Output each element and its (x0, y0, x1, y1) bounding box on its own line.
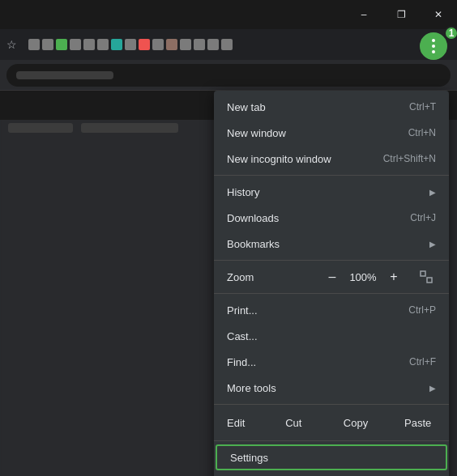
separator-1 (214, 175, 449, 176)
svg-rect-0 (421, 271, 425, 276)
svg-rect-1 (427, 278, 432, 283)
menu-item-history[interactable]: History ▶ (214, 179, 449, 205)
separator-2 (214, 260, 449, 261)
cut-button[interactable]: Cut (263, 412, 325, 434)
color-dot (125, 39, 136, 50)
address-bar-area (0, 60, 457, 91)
context-menu: New tab Ctrl+T New window Ctrl+N New inc… (214, 91, 449, 476)
three-dots-icon (432, 39, 435, 53)
zoom-in-button[interactable]: + (384, 267, 404, 287)
color-dot (111, 39, 122, 50)
zoom-row: Zoom – 100% + (214, 264, 449, 290)
separator-4 (214, 404, 449, 405)
separator-3 (214, 293, 449, 294)
zoom-control: – 100% + (322, 267, 436, 287)
zoom-fullscreen-button[interactable] (416, 267, 436, 287)
menu-badge: 1 (444, 26, 457, 40)
separator-5 (214, 440, 449, 441)
title-bar: – ❐ ✕ (0, 0, 457, 29)
edit-row: Edit Cut Copy Paste (214, 408, 449, 437)
address-text (16, 71, 113, 79)
address-bar[interactable] (6, 64, 451, 87)
menu-item-new-incognito[interactable]: New incognito window Ctrl+Shift+N (214, 146, 449, 172)
color-dot (194, 39, 205, 50)
color-swatch-bar (28, 39, 457, 50)
color-dot (28, 39, 40, 50)
menu-item-new-tab[interactable]: New tab Ctrl+T (214, 94, 449, 120)
close-button[interactable]: ✕ (420, 0, 457, 29)
color-dot (56, 39, 67, 50)
menu-item-more-tools[interactable]: More tools ▶ (214, 375, 449, 401)
menu-item-help[interactable]: Help ▶ (214, 470, 449, 476)
color-dot (83, 39, 95, 50)
zoom-out-button[interactable]: – (322, 267, 342, 287)
menu-item-new-window[interactable]: New window Ctrl+N (214, 120, 449, 146)
color-dot (42, 39, 53, 50)
color-dot (97, 39, 109, 50)
color-dot (152, 39, 164, 50)
bg-block-1 (8, 123, 73, 133)
color-dot (207, 39, 219, 50)
paste-button[interactable]: Paste (387, 412, 449, 434)
color-dot (139, 39, 150, 50)
bg-block-2 (81, 123, 178, 133)
color-dot (70, 39, 81, 50)
tab-bar: ☆ 1 (0, 29, 457, 60)
title-bar-controls: – ❐ ✕ (345, 0, 457, 29)
menu-item-downloads[interactable]: Downloads Ctrl+J (214, 205, 449, 231)
color-dot (221, 39, 233, 50)
color-dot (180, 39, 191, 50)
menu-item-cast[interactable]: Cast... (214, 323, 449, 349)
menu-item-bookmarks[interactable]: Bookmarks ▶ (214, 231, 449, 257)
copy-button[interactable]: Copy (325, 412, 387, 434)
favorites-icon[interactable]: ☆ (6, 38, 17, 51)
browser-body: New tab Ctrl+T New window Ctrl+N New inc… (0, 91, 457, 476)
menu-item-settings[interactable]: Settings (216, 444, 447, 470)
color-dot (166, 39, 177, 50)
menu-item-print[interactable]: Print... Ctrl+P (214, 297, 449, 323)
menu-item-find[interactable]: Find... Ctrl+F (214, 349, 449, 375)
minimize-button[interactable]: – (345, 0, 382, 29)
restore-button[interactable]: ❐ (382, 0, 420, 29)
chrome-menu-button[interactable] (420, 32, 447, 60)
